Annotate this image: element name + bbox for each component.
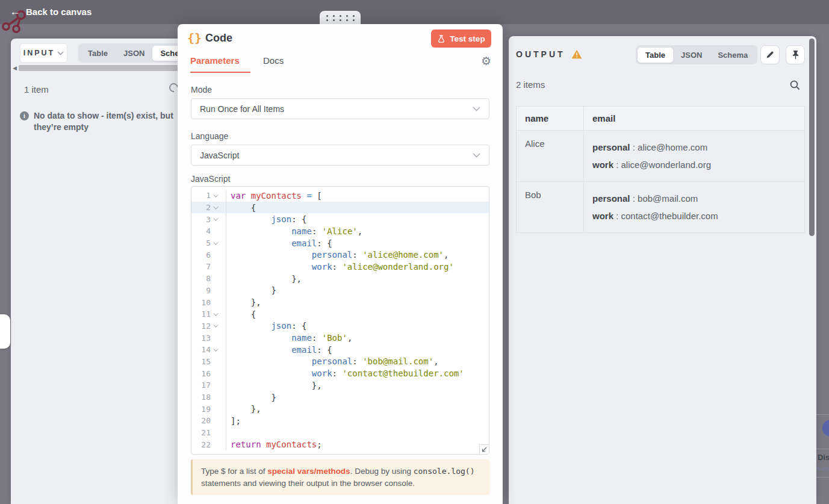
code-text: } xyxy=(226,393,276,402)
hint-text: . Debug by using xyxy=(350,467,414,476)
gutter: 9 xyxy=(191,285,226,297)
input-selector-dropdown[interactable]: INPUT xyxy=(20,43,67,63)
back-to-canvas-button[interactable]: ← Back to canvas xyxy=(10,6,92,17)
fold-chevron-icon[interactable] xyxy=(211,324,223,328)
table-row[interactable]: Bobpersonal : bob@mail.comwork : contact… xyxy=(517,182,805,233)
code-line[interactable]: 10 }, xyxy=(191,296,489,308)
code-line[interactable]: 20]; xyxy=(191,415,489,427)
fold-chevron-icon[interactable] xyxy=(211,241,223,245)
gutter: 16 xyxy=(191,367,226,379)
email-entry: personal : alice@home.com xyxy=(592,138,796,156)
line-number: 7 xyxy=(191,262,211,271)
line-number: 8 xyxy=(191,274,211,283)
vertical-scrollbar-thumb[interactable] xyxy=(809,39,815,236)
language-select[interactable]: JavaScript xyxy=(191,145,489,166)
table-row[interactable]: Alicepersonal : alice@home.comwork : ali… xyxy=(517,131,805,182)
special-vars-link[interactable]: special vars/methods xyxy=(267,467,350,476)
code-text: }, xyxy=(226,274,302,284)
code-text: personal: 'alice@home.com', xyxy=(226,250,449,260)
fold-chevron-icon[interactable] xyxy=(211,348,223,352)
code-line[interactable]: 13 name: 'Bob', xyxy=(191,332,489,344)
code-node-modal: {} Code Test step Parameters Docs ⚙ Mode… xyxy=(178,24,503,504)
code-text: }, xyxy=(226,381,322,390)
test-step-button[interactable]: Test step xyxy=(431,30,491,48)
output-table: nameemailAlicepersonal : alice@home.comw… xyxy=(516,106,805,233)
fold-chevron-icon[interactable] xyxy=(211,194,223,198)
tab-schema[interactable]: Schema xyxy=(710,48,756,63)
mode-select[interactable]: Run Once for All Items xyxy=(191,98,489,119)
line-number: 9 xyxy=(191,286,211,295)
hint-text: statements and viewing their output in t… xyxy=(201,479,415,488)
editor-hint-box: Type $ for a list of special vars/method… xyxy=(191,459,489,495)
search-icon[interactable] xyxy=(789,79,801,93)
tab-docs[interactable]: Docs xyxy=(263,55,284,66)
code-line[interactable]: 14 email: { xyxy=(191,344,489,356)
tab-parameters[interactable]: Parameters xyxy=(190,55,240,66)
gutter: 3 xyxy=(191,213,226,225)
line-number: 15 xyxy=(191,357,211,366)
line-number: 10 xyxy=(191,298,211,307)
gutter: 10 xyxy=(191,296,226,308)
tab-json[interactable]: JSON xyxy=(673,48,710,63)
code-node-icon: {} xyxy=(187,31,202,45)
horizontal-scrollbar[interactable] xyxy=(19,65,178,71)
code-line[interactable]: 4 name: 'Alice', xyxy=(191,225,489,237)
fold-chevron-icon[interactable] xyxy=(211,217,223,221)
left-panel-handle[interactable] xyxy=(0,314,10,349)
gutter: 7 xyxy=(191,261,226,273)
code-line[interactable]: 11 { xyxy=(191,308,489,320)
tab-table[interactable]: Table xyxy=(638,48,673,63)
line-number: 4 xyxy=(191,226,211,235)
gutter: 19 xyxy=(191,403,226,415)
fold-chevron-icon[interactable] xyxy=(211,206,223,210)
fold-chevron-icon[interactable] xyxy=(211,313,223,316)
canvas-node-label: Dis xyxy=(818,453,829,462)
code-editor[interactable]: 1var myContacts = [2 {3 json: {4 name: '… xyxy=(191,186,489,455)
gutter: 5 xyxy=(191,237,226,249)
editor-label: JavaScript xyxy=(191,174,230,184)
code-line[interactable]: 9 } xyxy=(191,285,489,297)
code-line[interactable]: 5 email: { xyxy=(191,237,489,249)
code-line[interactable]: 3 json: { xyxy=(191,213,489,225)
code-text: return myContacts; xyxy=(226,440,322,449)
chevron-down-icon xyxy=(473,107,480,111)
line-number: 20 xyxy=(191,416,211,425)
code-line[interactable]: 21 xyxy=(191,427,489,439)
modal-drag-handle[interactable] xyxy=(320,11,361,25)
code-text: name: 'Bob', xyxy=(226,333,352,343)
code-line[interactable]: 2 { xyxy=(191,202,489,214)
code-text: }, xyxy=(226,297,261,307)
mode-label: Mode xyxy=(191,85,212,95)
code-line[interactable]: 16 work: 'contact@thebuilder.com' xyxy=(191,367,489,379)
tab-json[interactable]: JSON xyxy=(116,46,152,61)
code-line[interactable]: 15 personal: 'bob@mail.com', xyxy=(191,356,489,368)
hint-code: console.log() xyxy=(414,467,475,476)
line-number: 11 xyxy=(191,310,211,319)
cell-email: personal : alice@home.comwork : alice@wo… xyxy=(584,131,805,182)
pin-data-button[interactable] xyxy=(786,45,805,64)
editor-resize-handle[interactable] xyxy=(479,444,489,454)
edit-output-button[interactable] xyxy=(760,45,780,64)
code-line[interactable]: 22return myContacts; xyxy=(191,438,489,450)
code-line[interactable]: 19 }, xyxy=(191,403,489,415)
code-line[interactable]: 6 personal: 'alice@home.com', xyxy=(191,249,489,261)
code-text: } xyxy=(226,285,276,295)
gutter: 17 xyxy=(191,379,226,391)
code-line[interactable]: 12 json: { xyxy=(191,320,489,332)
code-text: { xyxy=(226,310,256,319)
code-line[interactable]: 17 }, xyxy=(191,379,489,391)
output-panel-title: OUTPUT xyxy=(516,49,565,59)
code-text: json: { xyxy=(226,214,306,224)
gutter: 1 xyxy=(191,190,226,202)
scroll-left-arrow-icon[interactable]: ◀ xyxy=(13,65,17,71)
code-line[interactable]: 18 } xyxy=(191,391,489,403)
code-line[interactable]: 1var myContacts = [ xyxy=(191,190,489,202)
resize-arrow-icon xyxy=(481,446,488,453)
node-settings-gear-icon[interactable]: ⚙ xyxy=(481,54,491,68)
tab-table[interactable]: Table xyxy=(80,46,116,61)
gutter: 11 xyxy=(191,308,226,320)
input-empty-message: No data to show - item(s) exist, but the… xyxy=(34,110,185,132)
code-line[interactable]: 8 }, xyxy=(191,273,489,285)
code-text: work: 'contact@thebuilder.com' xyxy=(226,369,464,378)
code-line[interactable]: 7 work: 'alice@wonderland.org' xyxy=(191,261,489,273)
